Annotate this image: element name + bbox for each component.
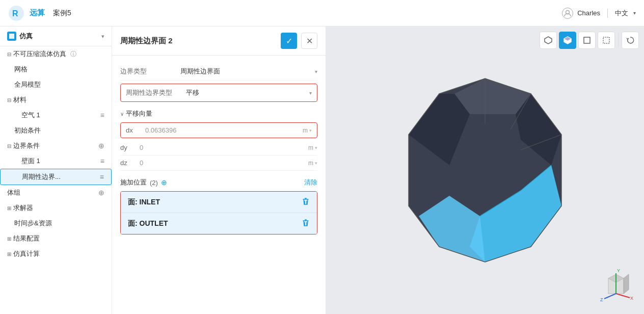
- dx-value[interactable]: 0.0636396: [141, 126, 303, 134]
- sidebar-item-mesh[interactable]: 网格: [0, 62, 112, 77]
- boundary-type-label: 边界类型: [120, 67, 176, 76]
- sidebar-collapse-button[interactable]: ▾: [101, 33, 104, 40]
- dx-label: dx: [126, 126, 141, 134]
- apply-section: 施加位置 (2) ⊕ 清除 面: INLET: [120, 178, 317, 234]
- svg-text:R: R: [12, 9, 18, 18]
- svg-text:Y: Y: [617, 268, 620, 273]
- sidebar-item-boundary[interactable]: ⊟ 边界条件 ⊕: [0, 138, 112, 153]
- language-dropdown-arrow[interactable]: ▾: [633, 10, 636, 16]
- app-title: 远算: [30, 8, 45, 18]
- dy-row[interactable]: dy 0 m ▾: [120, 140, 317, 155]
- svg-line-28: [604, 294, 616, 299]
- add-body-icon[interactable]: ⊕: [98, 189, 104, 197]
- dy-unit-dropdown[interactable]: ▾: [315, 145, 317, 150]
- svg-text:X: X: [630, 296, 633, 301]
- divider: [607, 9, 608, 18]
- sidebar-item-label: 结果配置: [13, 234, 40, 243]
- apply-count: (2): [150, 179, 158, 187]
- sidebar-item-wall1[interactable]: 壁面 1 ≡: [0, 153, 112, 169]
- topbar-left: R 远算 案例5: [8, 5, 71, 21]
- topbar-right: Charles 中文 ▾: [562, 8, 636, 19]
- delete-inlet-button[interactable]: [302, 197, 310, 207]
- dz-label: dz: [120, 159, 136, 167]
- sidebar-item-periodic-boundary[interactable]: 周期性边界... ≡: [0, 169, 112, 185]
- periodic-type-row[interactable]: 周期性边界类型 平移 ▾: [120, 84, 317, 102]
- svg-marker-23: [624, 274, 629, 294]
- apply-header: 施加位置 (2) ⊕ 清除: [120, 178, 317, 187]
- periodic-type-dropdown[interactable]: ▾: [309, 90, 312, 96]
- expand-icon: ⊞: [7, 205, 11, 211]
- sidebar-item-initial-condition[interactable]: 初始条件: [0, 123, 112, 138]
- dx-unit: m ▾: [303, 127, 312, 134]
- boundary-type-row: 边界类型 周期性边界面 ▾: [120, 63, 317, 81]
- sidebar-item-body-group[interactable]: 体组 ⊕: [0, 185, 112, 200]
- confirm-button[interactable]: ✓: [281, 33, 297, 49]
- sidebar-item-air[interactable]: 空气 1 ≡: [0, 108, 112, 123]
- sidebar-item-global-model[interactable]: 全局模型: [0, 77, 112, 92]
- sidebar-item-solver[interactable]: ⊞ 求解器: [0, 200, 112, 216]
- apply-item-label: 面: OUTLET: [128, 219, 168, 228]
- dz-unit: m ▾: [308, 160, 317, 167]
- topbar: R 远算 案例5 Charles 中文 ▾: [0, 0, 644, 27]
- axis-indicator: Y X Z: [598, 268, 634, 304]
- menu-icon[interactable]: ≡: [100, 111, 104, 119]
- user-avatar-icon: [562, 8, 573, 19]
- main-layout: 仿真 ▾ ⊟ 不可压缩流体仿真 ⓘ 网格 全局模型 ⊟ 材料 空气 1 ≡ 初始…: [0, 27, 644, 314]
- dy-unit: m ▾: [308, 144, 317, 151]
- sidebar: 仿真 ▾ ⊟ 不可压缩流体仿真 ⓘ 网格 全局模型 ⊟ 材料 空气 1 ≡ 初始…: [0, 27, 112, 314]
- dz-value[interactable]: 0: [136, 159, 308, 167]
- sidebar-item-sim-calc[interactable]: ⊞ 仿真计算: [0, 246, 112, 261]
- dy-label: dy: [120, 144, 136, 151]
- sidebar-item-incompressible[interactable]: ⊟ 不可压缩流体仿真 ⓘ: [0, 46, 112, 62]
- expand-icon: ⊞: [7, 236, 11, 242]
- language-selector[interactable]: 中文: [615, 9, 628, 18]
- username: Charles: [577, 9, 600, 17]
- sidebar-item-material[interactable]: ⊟ 材料: [0, 92, 112, 108]
- boundary-type-value: 周期性边界面: [176, 67, 315, 76]
- sidebar-item-result-config[interactable]: ⊞ 结果配置: [0, 231, 112, 246]
- clear-button[interactable]: 清除: [304, 178, 317, 187]
- case-title: 案例5: [53, 9, 71, 18]
- apply-item-inlet[interactable]: 面: INLET: [121, 192, 317, 213]
- svg-text:Z: Z: [600, 297, 603, 302]
- sidebar-section-label: 仿真: [19, 32, 33, 41]
- sidebar-item-label: 壁面 1: [21, 156, 40, 166]
- menu-icon[interactable]: ≡: [100, 173, 104, 181]
- boundary-type-dropdown[interactable]: ▾: [315, 69, 317, 74]
- apply-header-left: 施加位置 (2) ⊕: [120, 178, 167, 187]
- expand-icon: ⊟: [7, 51, 11, 57]
- add-boundary-icon[interactable]: ⊕: [98, 142, 104, 150]
- sidebar-item-timestep[interactable]: 时间步&资源: [0, 216, 112, 231]
- sidebar-item-label: 网格: [14, 65, 28, 74]
- apply-item-outlet[interactable]: 面: OUTLET: [121, 213, 317, 234]
- simulation-icon: [7, 32, 16, 41]
- sidebar-item-label: 时间步&资源: [14, 219, 52, 228]
- panel-title: 周期性边界面 2: [120, 36, 173, 46]
- dz-unit-dropdown[interactable]: ▾: [315, 161, 317, 166]
- panel-header: 周期性边界面 2 ✓ ✕: [112, 27, 326, 56]
- sidebar-item-label: 体组: [7, 188, 20, 197]
- panel-actions: ✓ ✕: [281, 33, 317, 49]
- dz-row[interactable]: dz 0 m ▾: [120, 155, 317, 171]
- dx-unit-dropdown[interactable]: ▾: [309, 128, 312, 133]
- sidebar-item-label: 不可压缩流体仿真: [13, 49, 66, 59]
- sidebar-item-label: 材料: [13, 95, 26, 104]
- expand-icon: ⊟: [7, 97, 11, 103]
- menu-icon[interactable]: ≡: [100, 157, 104, 165]
- close-button[interactable]: ✕: [301, 33, 317, 49]
- dy-value[interactable]: 0: [136, 144, 308, 151]
- apply-item-label: 面: INLET: [128, 198, 160, 207]
- section-chevron: ∨: [120, 111, 124, 117]
- sidebar-item-label: 求解器: [13, 203, 33, 213]
- svg-rect-3: [9, 34, 14, 39]
- expand-icon: ⊞: [7, 251, 11, 257]
- translation-section-label: 平移向量: [126, 109, 152, 118]
- sidebar-header: 仿真 ▾: [0, 27, 112, 46]
- add-apply-button[interactable]: ⊕: [161, 178, 167, 187]
- delete-outlet-button[interactable]: [302, 218, 310, 229]
- dx-row[interactable]: dx 0.0636396 m ▾: [120, 122, 317, 138]
- svg-line-26: [616, 294, 630, 298]
- sidebar-item-label: 周期性边界...: [22, 172, 61, 181]
- axis-svg: Y X Z: [598, 268, 634, 304]
- info-icon: ⓘ: [70, 50, 76, 59]
